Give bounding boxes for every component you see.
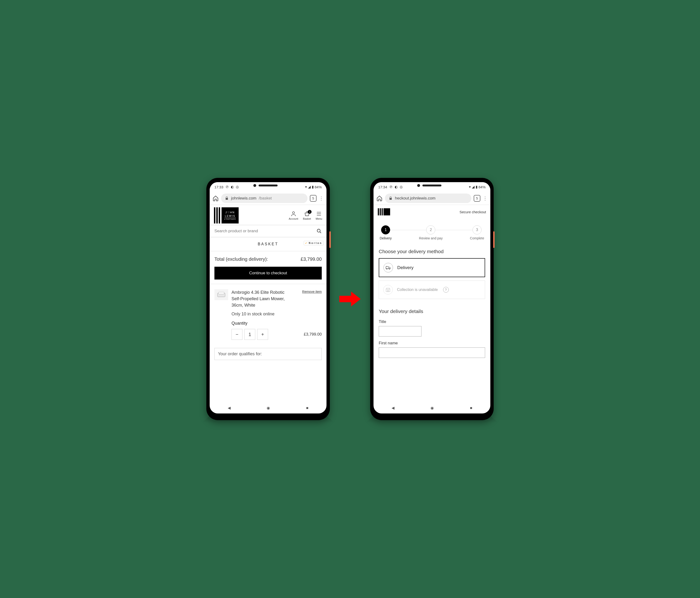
svg-rect-7: [386, 289, 390, 292]
phone-left: 17:33 ℗ ◐ ◎ ▾ ◢ ▮ 84% johnlewis.com/bask…: [206, 178, 330, 420]
signal-icon: ◢: [472, 185, 475, 189]
nav-back[interactable]: ◀: [228, 406, 230, 410]
qty-increase-button[interactable]: +: [257, 329, 268, 340]
basket-badge: 1: [308, 210, 311, 214]
svg-rect-3: [219, 292, 224, 294]
nav-recent[interactable]: ■: [306, 406, 308, 410]
power-button: [493, 231, 495, 248]
store-icon: [383, 285, 393, 295]
svg-point-1: [317, 229, 320, 232]
wifi-icon: ▾: [469, 185, 471, 189]
chrome-icon: ◎: [400, 185, 403, 189]
power-button: [329, 231, 331, 248]
remove-item-link[interactable]: Remove item: [302, 289, 322, 308]
home-icon[interactable]: [212, 195, 219, 201]
total-label: Total (excluding delivery):: [215, 256, 268, 262]
delivery-method-title: Choose your delivery method: [374, 243, 490, 258]
url-path: /basket: [259, 196, 272, 201]
status-time: 17:33: [215, 185, 223, 189]
status-bar: 17:33 ℗ ◐ ◎ ▾ ◢ ▮ 84%: [210, 182, 326, 192]
delivery-option[interactable]: Delivery: [379, 258, 485, 277]
signal-icon: ◢: [308, 185, 311, 189]
product-image[interactable]: [215, 289, 228, 300]
page-title: BASKET: [258, 242, 278, 246]
home-icon[interactable]: [376, 195, 382, 201]
step-complete: 3 Complete: [470, 225, 484, 240]
collection-option: Collection is unavailable ?: [379, 280, 485, 299]
whatsapp-icon: ℗: [389, 185, 393, 189]
norton-badge: ✔Norton: [304, 241, 324, 245]
account-link[interactable]: Account: [289, 211, 298, 220]
svg-point-0: [293, 211, 295, 214]
nav-bar: ◀ ◉ ■: [210, 402, 326, 414]
svg-point-6: [389, 268, 390, 269]
more-icon[interactable]: ⋮: [483, 196, 488, 201]
status-bar: 17:34 ℗ ◐ ◎ ▾ ◢ ▮ 84%: [374, 182, 490, 192]
order-qualifies-box: Your order qualifies for:: [215, 348, 322, 360]
svg-rect-8: [388, 290, 389, 292]
nav-home[interactable]: ◉: [267, 406, 270, 410]
qty-value: 1: [244, 329, 255, 340]
qty-decrease-button[interactable]: −: [231, 329, 243, 340]
whatsapp-icon: ℗: [225, 185, 229, 189]
url-bar[interactable]: johnlewis.com/basket: [221, 194, 307, 203]
title-label: Title: [374, 319, 490, 324]
more-icon[interactable]: ⋮: [319, 196, 324, 201]
phone-right: 17:34 ℗ ◐ ◎ ▾ ◢ ▮ 84% heckout.johnlewis.…: [370, 178, 494, 420]
secure-checkout-label: Secure checkout: [459, 210, 486, 214]
svg-rect-4: [386, 267, 389, 269]
firstname-label: First name: [374, 341, 490, 346]
app-icon: ◐: [395, 185, 398, 189]
tab-switcher[interactable]: 5: [474, 195, 480, 202]
chrome-icon: ◎: [236, 185, 239, 189]
item-price: £3,799.00: [304, 331, 322, 338]
url-domain: heckout.johnlewis.com: [395, 196, 435, 201]
url-bar[interactable]: heckout.johnlewis.com: [385, 194, 471, 203]
battery-icon: ▮: [476, 185, 477, 189]
browser-toolbar: heckout.johnlewis.com 5 ⋮: [374, 192, 490, 205]
step-delivery[interactable]: 1 Delivery: [380, 225, 392, 240]
title-field[interactable]: [379, 326, 422, 337]
wifi-icon: ▾: [305, 185, 307, 189]
step-review: 2 Review and pay: [419, 225, 443, 240]
total-value: £3,799.00: [301, 256, 322, 262]
basket-item: Ambrogio 4.36 Elite Robotic Self-Propell…: [210, 284, 326, 345]
firstname-field[interactable]: [379, 347, 485, 358]
stock-status: Only 10 in stock online: [231, 311, 322, 317]
lock-icon: [389, 196, 393, 200]
quantity-label: Quantity: [231, 320, 322, 327]
checkout-button[interactable]: Continue to checkout: [215, 267, 322, 279]
tab-switcher[interactable]: 5: [310, 195, 317, 202]
jl-logo[interactable]: J♡HN LEWIS & PARTNERS: [214, 207, 239, 223]
product-name[interactable]: Ambrogio 4.36 Elite Robotic Self-Propell…: [231, 289, 286, 308]
battery-percent: 84%: [315, 185, 322, 189]
battery-icon: ▮: [312, 185, 314, 189]
app-icon: ◐: [231, 185, 234, 189]
delivery-details-title: Your delivery details: [374, 302, 490, 318]
search-input[interactable]: Search product or brand: [210, 225, 326, 237]
battery-percent: 84%: [478, 185, 485, 189]
nav-home[interactable]: ◉: [430, 406, 434, 410]
nav-bar: ◀ ◉ ■: [374, 402, 490, 414]
menu-link[interactable]: Menu: [316, 211, 322, 220]
status-time: 17:34: [378, 185, 387, 189]
menu-icon: [316, 211, 322, 217]
nav-recent[interactable]: ■: [470, 406, 472, 410]
browser-toolbar: johnlewis.com/basket 5 ⋮: [210, 192, 326, 205]
account-icon: [291, 211, 297, 217]
url-domain: johnlewis.com: [231, 196, 256, 201]
jl-logo-small[interactable]: [378, 208, 390, 216]
truck-icon: [383, 263, 393, 272]
transition-arrow: [339, 290, 361, 308]
svg-point-5: [386, 268, 387, 269]
lock-icon: [225, 196, 229, 200]
basket-link[interactable]: 1 Basket: [303, 211, 311, 220]
checkout-steps: 1 Delivery 2 Review and pay 3 Complete: [374, 219, 490, 243]
nav-back[interactable]: ◀: [392, 406, 394, 410]
search-placeholder: Search product or brand: [215, 229, 258, 233]
help-icon[interactable]: ?: [443, 287, 449, 293]
search-icon: [317, 228, 322, 234]
